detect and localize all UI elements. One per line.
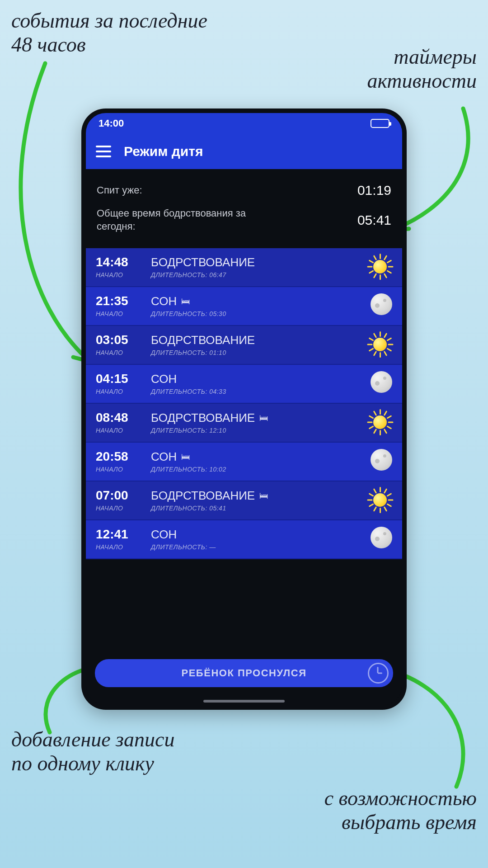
event-start-label: НАЧАЛО: [96, 349, 145, 356]
event-time: 20:58: [96, 449, 145, 464]
event-duration: ДЛИТЕЛЬНОСТЬ: 05:30: [151, 310, 355, 317]
event-title: БОДРСТВОВАНИЕ: [151, 333, 355, 347]
moon-icon: [368, 371, 392, 396]
event-row[interactable]: 20:58НАЧАЛОСОН🛏ДЛИТЕЛЬНОСТЬ: 10:02: [86, 443, 402, 481]
wake-up-button[interactable]: РЕБЁНОК ПРОСНУЛСЯ: [95, 659, 393, 687]
event-time: 07:00: [96, 488, 145, 503]
annotation-events-48h: события за последние 48 часов: [11, 9, 246, 57]
event-row[interactable]: 03:05НАЧАЛОБОДРСТВОВАНИЕДЛИТЕЛЬНОСТЬ: 01…: [86, 326, 402, 365]
annotation-activity-timers: таймеры активности: [305, 45, 477, 93]
moon-icon: [368, 527, 392, 551]
event-row[interactable]: 21:35НАЧАЛОСОН🛏ДЛИТЕЛЬНОСТЬ: 05:30: [86, 287, 402, 326]
menu-icon[interactable]: [96, 146, 111, 157]
event-title: БОДРСТВОВАНИЕ: [151, 255, 355, 269]
event-time: 12:41: [96, 527, 145, 542]
event-duration: ДЛИТЕЛЬНОСТЬ: —: [151, 543, 355, 551]
timer-label: Спит уже:: [97, 184, 142, 197]
app-bar: Режим дитя: [86, 134, 402, 169]
event-row[interactable]: 07:00НАЧАЛОБОДРСТВОВАНИЕ🛏ДЛИТЕЛЬНОСТЬ: 0…: [86, 481, 402, 520]
event-duration: ДЛИТЕЛЬНОСТЬ: 12:10: [151, 427, 355, 434]
bed-icon: 🛏: [181, 296, 190, 307]
timer-label: Общее время бодрствования за сегодня:: [97, 207, 277, 233]
event-title: СОН: [151, 528, 355, 542]
sun-icon: [368, 332, 392, 357]
event-row[interactable]: 12:41НАЧАЛОСОНДЛИТЕЛЬНОСТЬ: —: [86, 520, 402, 559]
moon-icon: [368, 293, 392, 318]
sun-icon: [368, 488, 392, 512]
event-start-label: НАЧАЛО: [96, 271, 145, 278]
timer-row-sleeping: Спит уже: 01:19: [97, 178, 391, 203]
event-start-label: НАЧАЛО: [96, 427, 145, 434]
event-duration: ДЛИТЕЛЬНОСТЬ: 10:02: [151, 466, 355, 473]
home-indicator: [203, 700, 285, 703]
clock-icon[interactable]: [368, 663, 389, 684]
timer-value: 01:19: [357, 183, 391, 198]
event-title: БОДРСТВОВАНИЕ🛏: [151, 489, 355, 503]
event-row[interactable]: 08:48НАЧАЛОБОДРСТВОВАНИЕ🛏ДЛИТЕЛЬНОСТЬ: 1…: [86, 404, 402, 443]
sun-icon: [368, 410, 392, 434]
bed-icon: 🛏: [181, 452, 190, 462]
wake-up-button-label: РЕБЁНОК ПРОСНУЛСЯ: [182, 667, 307, 679]
status-bar: 14:00: [86, 113, 402, 134]
event-start-label: НАЧАЛО: [96, 310, 145, 317]
status-time: 14:00: [99, 118, 124, 129]
phone-screen: 14:00 Режим дитя Спит уже: 01:19 Общее в…: [86, 113, 402, 705]
event-start-label: НАЧАЛО: [96, 543, 145, 551]
timer-panel: Спит уже: 01:19 Общее время бодрствовани…: [86, 169, 402, 248]
event-time: 08:48: [96, 410, 145, 425]
event-start-label: НАЧАЛО: [96, 388, 145, 395]
sun-icon: [368, 255, 392, 279]
event-duration: ДЛИТЕЛЬНОСТЬ: 04:33: [151, 388, 355, 395]
event-duration: ДЛИТЕЛЬНОСТЬ: 05:41: [151, 505, 355, 512]
event-time: 21:35: [96, 294, 145, 308]
event-title: СОН: [151, 372, 355, 386]
event-start-label: НАЧАЛО: [96, 505, 145, 512]
bed-icon: 🛏: [259, 413, 268, 423]
app-title: Режим дитя: [124, 144, 203, 159]
phone-frame: 14:00 Режим дитя Спит уже: 01:19 Общее в…: [81, 108, 407, 710]
event-title: БОДРСТВОВАНИЕ🛏: [151, 411, 355, 425]
timer-value: 05:41: [357, 212, 391, 228]
bed-icon: 🛏: [259, 491, 268, 501]
event-duration: ДЛИТЕЛЬНОСТЬ: 06:47: [151, 271, 355, 278]
battery-icon: [371, 119, 389, 128]
event-row[interactable]: 14:48НАЧАЛОБОДРСТВОВАНИЕДЛИТЕЛЬНОСТЬ: 06…: [86, 248, 402, 287]
event-list[interactable]: 14:48НАЧАЛОБОДРСТВОВАНИЕДЛИТЕЛЬНОСТЬ: 06…: [86, 248, 402, 649]
event-start-label: НАЧАЛО: [96, 466, 145, 473]
timer-row-awake-total: Общее время бодрствования за сегодня: 05…: [97, 203, 391, 237]
event-row[interactable]: 04:15НАЧАЛОСОНДЛИТЕЛЬНОСТЬ: 04:33: [86, 365, 402, 404]
event-duration: ДЛИТЕЛЬНОСТЬ: 01:10: [151, 349, 355, 356]
event-title: СОН🛏: [151, 450, 355, 464]
annotation-choose-time: с возможностью выбрать время: [273, 787, 477, 835]
event-time: 03:05: [96, 333, 145, 347]
bottom-area: РЕБЁНОК ПРОСНУЛСЯ: [86, 649, 402, 705]
event-time: 14:48: [96, 255, 145, 269]
moon-icon: [368, 449, 392, 473]
annotation-one-click-add: добавление записи по одному клику: [11, 728, 246, 776]
event-time: 04:15: [96, 372, 145, 386]
event-title: СОН🛏: [151, 294, 355, 308]
